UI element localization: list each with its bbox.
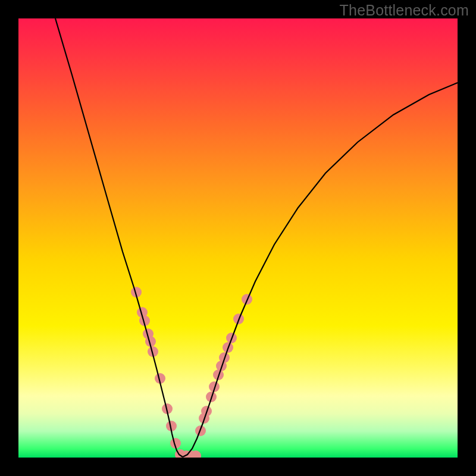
marker-group: [131, 287, 252, 458]
curve-right: [183, 83, 458, 457]
watermark-text: TheBottleneck.com: [340, 2, 469, 19]
chart-frame: TheBottleneck.com: [0, 0, 476, 476]
chart-svg: [18, 18, 458, 458]
plot-area: [18, 18, 458, 458]
curve-left: [55, 18, 183, 457]
